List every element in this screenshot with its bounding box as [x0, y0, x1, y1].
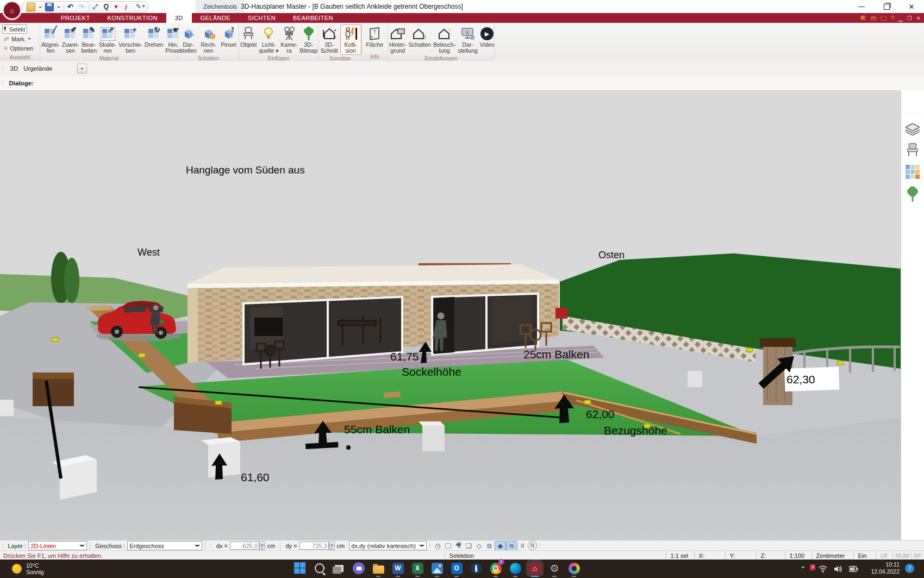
zoom-icon[interactable]: Q	[103, 3, 111, 11]
grid-toggle-button[interactable]: #	[517, 542, 528, 550]
3d-viewport[interactable]: Hanglage vom Süden aus West Osten 61,75 …	[0, 90, 901, 540]
tab-konstruktion[interactable]: KONSTRUKTION	[99, 13, 166, 23]
tab-gelaende[interactable]: GELÄNDE	[192, 13, 239, 23]
status-ein[interactable]: Ein	[853, 552, 876, 559]
dx-input[interactable]	[230, 542, 259, 550]
volume-icon[interactable]	[834, 565, 842, 573]
excel-button[interactable]: X	[411, 562, 424, 575]
drehen-button[interactable]: ↻ Drehen	[143, 24, 164, 49]
monitor-view-button[interactable]: 🖵︎	[443, 542, 453, 550]
solid-mode-button[interactable]: ❏	[464, 542, 474, 550]
battery-icon[interactable]	[849, 565, 859, 572]
customize-qat-icon[interactable]: ▾	[142, 3, 145, 9]
dy-input[interactable]	[299, 542, 329, 550]
spin-down-icon[interactable]: ▼	[329, 546, 335, 550]
spin-up-icon[interactable]: ▲	[259, 542, 265, 546]
darstellung-button[interactable]: Dar-stellung	[457, 24, 478, 55]
coord-mode-combo[interactable]: dx,dy (relativ kartesisch)	[349, 541, 427, 550]
context-tab-zeichentools[interactable]: Zeichentools	[196, 0, 245, 13]
terrain-dropdown-button[interactable]	[77, 64, 87, 73]
dx-spinner[interactable]: ▲▼	[259, 542, 265, 550]
plants-icon[interactable]	[906, 187, 920, 202]
flaeche-button[interactable]: ? Fläche	[362, 24, 387, 49]
clock-widget[interactable]: 10:11 12.04.2022	[871, 561, 900, 575]
lighthouse-app-button[interactable]	[470, 562, 483, 575]
ribbon-minimize-icon[interactable]: ▁	[898, 15, 903, 21]
toolbar-grip[interactable]: ⁞	[2, 544, 4, 548]
spin-up-icon[interactable]: ▲	[329, 542, 335, 546]
edge-button[interactable]	[509, 562, 522, 575]
hausplaner-button[interactable]: ⌂	[528, 562, 541, 575]
bearbeiten-button[interactable]: ✎ Bear-beiten	[80, 24, 98, 55]
texture-mode-button[interactable]: ⧉	[484, 542, 495, 550]
history-clock-button[interactable]: ◷	[433, 542, 443, 550]
material-palette-icon[interactable]	[906, 165, 920, 179]
schatten-pinsel-button[interactable]: Pinsel	[218, 24, 239, 49]
terrain-combo-value[interactable]: Urgelände	[23, 65, 75, 72]
panel-grip[interactable]: ·········	[904, 111, 922, 116]
toolbar-grip[interactable]: ⁞	[539, 544, 541, 548]
3d-schnitt-button[interactable]: 3D-Schnitt	[319, 24, 340, 55]
3d-bitmap-button[interactable]: 3D-Bitmap	[298, 24, 319, 55]
close-button[interactable]: ✕	[899, 0, 924, 13]
toolbar-grip[interactable]: ⁞	[2, 82, 4, 85]
tab-bearbeiten[interactable]: BEARBEITEN	[284, 13, 342, 23]
app-logo-icon[interactable]: ⌂	[2, 1, 22, 20]
optionen-button[interactable]: + Optionen	[2, 44, 35, 52]
mark-button[interactable]: ☍ Mark.	[2, 35, 33, 43]
toolbar-grip[interactable]: ⁞	[2, 67, 4, 70]
north-button[interactable]: N	[528, 541, 537, 550]
tray-chevron-icon[interactable]: ⌃	[801, 565, 806, 573]
spin-down-icon[interactable]: ▼	[259, 546, 265, 550]
file-explorer-button[interactable]	[372, 562, 385, 575]
notification-count-badge[interactable]: 7	[905, 564, 914, 573]
undo-icon[interactable]: ↶	[67, 3, 75, 11]
abgreifen-button[interactable]: ╱ Abgrei-fen	[40, 24, 61, 55]
tab-sichten[interactable]: SICHTEN	[239, 13, 284, 23]
objekt-button[interactable]: Objekt	[239, 24, 258, 49]
camera-path-button[interactable]: 🎥︎	[453, 542, 464, 550]
selekt-button[interactable]: Selekt	[2, 24, 27, 34]
restore-button[interactable]	[874, 0, 899, 13]
chrome-button[interactable]: F	[489, 562, 502, 575]
beleuchtung-button[interactable]: Beleuch-tung	[432, 24, 457, 55]
schatten-einstellung-button[interactable]: Schatten	[408, 24, 432, 49]
toolbox-icon[interactable]: 🗃︎	[870, 15, 876, 21]
flat-shade-button[interactable]: ◆	[495, 541, 506, 551]
smooth-shade-button[interactable]: ≋	[506, 541, 517, 551]
outlook-button[interactable]: O	[450, 562, 463, 575]
save-caret-icon[interactable]	[57, 7, 60, 10]
dy-spinner[interactable]: ▲▼	[329, 542, 335, 550]
paint-button[interactable]	[567, 562, 580, 575]
ribbon-restore-icon[interactable]: ❒	[907, 15, 912, 21]
tools-icon[interactable]: 🛠︎	[860, 15, 866, 21]
wifi-icon[interactable]	[819, 565, 827, 573]
pick-face-button[interactable]: ◇	[474, 542, 484, 550]
presentation-icon[interactable]: 🖵︎	[881, 15, 886, 21]
measure-icon[interactable]: ⌖	[114, 3, 122, 11]
task-view-button[interactable]	[333, 562, 346, 575]
hatch-lines-icon[interactable]: ⁄⁄	[124, 2, 134, 12]
toolbar-grip[interactable]: ⁞	[210, 544, 212, 548]
search-button[interactable]	[313, 562, 326, 575]
save-icon[interactable]	[45, 3, 54, 11]
open-caret-icon[interactable]	[39, 7, 42, 10]
video-button[interactable]: ▶ Video	[479, 24, 496, 49]
word-button[interactable]: W	[391, 562, 404, 575]
kamera-button[interactable]: Kame-ra	[279, 24, 298, 55]
fullscreen-icon[interactable]: ⤢	[93, 3, 101, 11]
rechnen-button[interactable]: ↻ Rech-nen	[198, 24, 218, 55]
photos-button[interactable]	[430, 562, 444, 575]
chat-button[interactable]	[352, 562, 365, 575]
verschieben-button[interactable]: + Verschie-ben	[117, 24, 143, 55]
tab-3d[interactable]: 3D	[166, 13, 192, 23]
layers-icon[interactable]	[906, 123, 920, 135]
layer-combo[interactable]: 2D-Linien	[28, 541, 87, 550]
status-scale[interactable]: 1:100	[785, 552, 811, 559]
hintergrund-button[interactable]: Hinter-grund	[388, 24, 408, 55]
toolbar-grip[interactable]: ⁞	[429, 544, 430, 548]
darstellen-button[interactable]: Dar-stellen	[178, 24, 198, 55]
open-file-icon[interactable]	[27, 3, 35, 11]
settings-button[interactable]: ⚙	[548, 562, 561, 575]
minimize-button[interactable]	[849, 0, 874, 13]
